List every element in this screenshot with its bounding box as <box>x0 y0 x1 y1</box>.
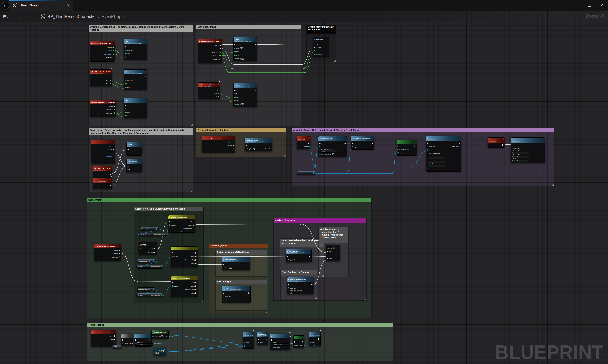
pin[interactable] <box>217 89 219 91</box>
value-input[interactable]: self <box>133 169 136 171</box>
pin[interactable]: Target <box>352 146 357 148</box>
pin[interactable] <box>140 149 141 150</box>
variable-pill-character-movement[interactable]: Character Movement <box>297 171 315 175</box>
pin[interactable] <box>512 144 513 146</box>
node-pushpull-update[interactable]: PushPull UpdateCollapsed GraphEnterOpenC… <box>326 245 340 261</box>
pin[interactable] <box>271 339 272 341</box>
pin[interactable] <box>372 143 373 144</box>
expand-node-chevron-icon[interactable]: ⌄ <box>90 115 116 117</box>
pin[interactable]: Location RuleKeep World⌄ <box>427 155 445 159</box>
dropdown[interactable]: WBP Drone HUD⌄ <box>273 343 289 346</box>
breadcrumb-root[interactable]: BP_ThirdPersonCharacter <box>48 14 96 19</box>
pin[interactable]: Socket NameNone <box>427 153 441 155</box>
dropdown[interactable]: Keep World⌄ <box>429 161 445 163</box>
pin[interactable]: Input Pin0.0 <box>234 104 244 105</box>
pin[interactable]: WBP Drone <box>294 345 302 346</box>
pin[interactable]: Targetself <box>286 259 296 261</box>
pin[interactable]: Out Actors <box>155 343 162 344</box>
value-input[interactable]: 0.0 <box>241 104 245 105</box>
dropdown[interactable]: BP Robot⌄ <box>137 343 153 346</box>
value-input[interactable]: self <box>240 47 243 49</box>
pin[interactable]: Action Value <box>107 342 116 344</box>
pin[interactable]: New Movement ModeFalling⌄ <box>319 149 337 153</box>
maximize-button[interactable]: ❐ <box>588 3 591 8</box>
expand-node-chevron-icon[interactable]: ⌄ <box>91 162 115 164</box>
value-input[interactable]: self <box>229 267 232 269</box>
pin[interactable]: Input Action <box>213 59 221 60</box>
pin[interactable]: Completed <box>314 47 322 48</box>
pin[interactable]: Triggered <box>314 43 321 45</box>
pin[interactable] <box>286 256 288 257</box>
pin[interactable] <box>155 349 156 350</box>
expand-node-chevron-icon[interactable]: ⌄ <box>198 61 222 63</box>
node-switch-on-emovementmode[interactable]: ЄSwitch on EMovementModeNoneSelectionWal… <box>171 247 198 267</box>
pin[interactable] <box>258 338 259 340</box>
pin[interactable]: Action Value Y <box>212 55 221 57</box>
checkbox[interactable] <box>225 300 227 302</box>
node-enhancedinputaction-ia-grip[interactable]: ◆EnhancedInputAction IA_GripTriggeredCom… <box>94 244 121 261</box>
dropdown[interactable]: Keep World⌄ <box>429 165 445 167</box>
node-event-primary-thumbstick[interactable]: ◆Event Primary ThumbstickFrom BPI Touch … <box>198 82 220 100</box>
node-event-touch-jump-start[interactable]: ◆Event Touch Jump StartFrom BPI Touch In… <box>93 166 112 178</box>
node-enhancedinputaction-ia-possessrobot[interactable]: ◆EnhancedInputAction IA_PossessRobotTrig… <box>91 330 116 347</box>
pin[interactable] <box>309 256 311 257</box>
node-detach-from[interactable]: ◆Detach FromCustom Event <box>488 138 505 148</box>
node-move[interactable]: ƒMoveTarget is BP Third Person Character… <box>233 83 257 107</box>
node-switch-on-emovementmode[interactable]: ЄSwitch on EMovementModeNoneSelectionWal… <box>171 276 198 297</box>
pin[interactable]: New Custom Mode0 <box>319 154 334 155</box>
pin[interactable]: X Axis <box>234 51 239 52</box>
pin[interactable]: X Axis <box>125 53 129 54</box>
pin[interactable]: Falling <box>191 263 197 264</box>
pin[interactable] <box>169 221 170 222</box>
pin[interactable]: None <box>192 282 197 283</box>
pin[interactable]: Condition <box>122 343 129 344</box>
value-input[interactable]: self <box>229 296 232 298</box>
pin[interactable]: None <box>190 221 194 222</box>
pin[interactable]: Triggered <box>107 145 114 147</box>
pin[interactable]: Targetself <box>125 79 133 81</box>
value-input[interactable]: self <box>130 49 133 51</box>
pin[interactable]: Rotation RuleKeep World⌄ <box>512 154 530 158</box>
close-button[interactable]: ✕ <box>600 3 603 8</box>
pin[interactable]: Target <box>310 342 315 343</box>
pin[interactable]: Action Value X <box>212 52 221 53</box>
node-branch[interactable]: ⇆BranchTrueConditionFalse <box>121 334 133 346</box>
node-ledge-movement-mode[interactable]: ◆Ledge Movement ModeTarget is BP Third P… <box>222 286 251 303</box>
pin[interactable]: Targetself <box>288 287 297 289</box>
pin[interactable]: X Axis <box>234 97 239 98</box>
pin[interactable] <box>318 338 320 340</box>
pin[interactable]: Close <box>327 258 332 259</box>
pin[interactable]: X Axis <box>125 83 129 85</box>
pin[interactable] <box>398 145 399 147</box>
dropdown[interactable]: Keep World⌄ <box>513 160 530 162</box>
pin[interactable] <box>266 338 267 340</box>
bookmark-icon[interactable]: ⚑˅ <box>0 14 11 19</box>
pin[interactable]: Completed <box>214 48 221 50</box>
pin[interactable]: Toggle Ledge Hang Mode <box>223 298 238 302</box>
variable-pill-target-movement-mode[interactable]: TargetMovement Mode <box>136 265 163 269</box>
expand-node-chevron-icon[interactable]: ⌄ <box>94 259 121 261</box>
pin[interactable] <box>110 174 111 175</box>
node-possess[interactable]: ƒPossessTarget is ControllerTargetIn Paw… <box>243 332 254 349</box>
pin[interactable] <box>140 248 141 249</box>
node-move[interactable]: ƒMoveTarget is BP Third Person Character… <box>233 37 257 61</box>
pin[interactable]: Owning Player <box>271 347 281 348</box>
back-button[interactable]: ← <box>15 14 25 19</box>
node-get-all-actors-of-class[interactable]: ƒGet All Actors Of ClassActor ClassBP Ro… <box>134 334 152 347</box>
pin[interactable]: Parent <box>304 146 310 147</box>
pin[interactable]: Triggered <box>107 47 114 48</box>
variable-pill-character-movement[interactable]: Character Movement <box>137 287 156 291</box>
pin[interactable]: Parent <box>427 149 432 151</box>
expand-node-chevron-icon[interactable]: ⌄ <box>168 231 195 232</box>
pin[interactable]: Targetself <box>125 108 133 110</box>
pin[interactable] <box>145 105 146 106</box>
pin[interactable]: Target <box>244 342 249 343</box>
node-jump[interactable]: ƒJumpTarget is CharacterTargetself <box>126 142 142 156</box>
node-set-movement-mode[interactable]: ƒSet Movement ModeTarget is Character Mo… <box>318 136 347 157</box>
pin[interactable] <box>122 339 124 341</box>
value-input[interactable]: 0 <box>332 154 334 155</box>
pin[interactable] <box>414 149 416 150</box>
minimize-button[interactable]: — <box>575 3 579 8</box>
pin[interactable]: Axis X <box>106 80 111 81</box>
variable-pill-character-movement[interactable]: Character Movement <box>140 227 159 231</box>
